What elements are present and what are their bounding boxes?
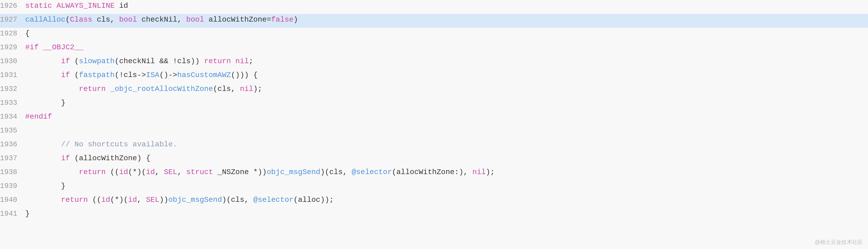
comment-token: // No shortcuts available. <box>61 140 177 148</box>
kw-return-token: return <box>204 57 231 65</box>
line-number: 1932 <box>0 84 25 95</box>
line-number: 1928 <box>0 28 25 39</box>
code-line: 1934#endif <box>0 111 868 125</box>
line-number: 1938 <box>0 167 25 178</box>
fn-call-token: ISA <box>146 71 159 79</box>
code-line: 1932 return _objc_rootAllocWithZone(cls,… <box>0 83 868 97</box>
kw-id-token: id <box>128 196 137 204</box>
kw-nil-token: nil <box>240 85 253 93</box>
line-content: if (fastpath(!cls->ISA()->hasCustomAWZ()… <box>25 69 863 81</box>
kw-return-token: return <box>79 168 106 176</box>
preprocessor-token: #if __OBJC2__ <box>25 43 83 51</box>
line-number: 1940 <box>0 195 25 206</box>
fn-name-token: callAlloc <box>25 16 65 24</box>
kw-id-token: id <box>146 168 155 176</box>
line-content <box>25 125 863 136</box>
kw-bool-token: bool <box>186 16 204 24</box>
kw-SEL-token: SEL <box>164 168 177 176</box>
line-content: #endif <box>25 111 863 122</box>
line-number: 1929 <box>0 42 25 53</box>
line-content: callAlloc(Class cls, bool checkNil, bool… <box>25 14 863 25</box>
line-number: 1941 <box>0 209 25 220</box>
code-line: 1933 } <box>0 97 868 111</box>
code-line: 1938 return ((id(*)(id, SEL, struct _NSZ… <box>0 166 868 180</box>
code-line: 1927callAlloc(Class cls, bool checkNil, … <box>0 14 868 28</box>
line-number: 1930 <box>0 56 25 67</box>
code-line: 1930 if (slowpath(checkNil && !cls)) ret… <box>0 55 868 69</box>
kw-if-token: if <box>61 154 70 162</box>
line-content: // No shortcuts available. <box>25 139 863 150</box>
code-line: 1935 <box>0 125 868 139</box>
code-line: 1926static ALWAYS_INLINE id <box>0 0 868 14</box>
fn-call-token: hasCustomAWZ <box>177 71 231 79</box>
line-number: 1935 <box>0 125 25 137</box>
selector-token: @selector <box>352 168 392 176</box>
kw-nil-token: nil <box>236 57 249 65</box>
code-line: 1928{ <box>0 28 868 42</box>
preprocessor-token: #endif <box>25 112 52 121</box>
kw-struct-token: struct <box>186 168 213 176</box>
selector-token: @selector <box>253 196 293 204</box>
code-line: 1936 // No shortcuts available. <box>0 139 868 153</box>
kw-bool-token: bool <box>119 16 137 24</box>
kw-if-token: if <box>61 57 70 65</box>
kw-SEL-token: SEL <box>146 196 159 204</box>
kw-return-token: return <box>79 85 106 93</box>
kw-id-token: id <box>119 168 128 176</box>
line-number: 1927 <box>0 15 25 26</box>
line-content: if (allocWithZone) { <box>25 153 863 164</box>
code-line: 1937 if (allocWithZone) { <box>0 153 868 166</box>
line-number: 1939 <box>0 181 25 192</box>
line-content: static ALWAYS_INLINE id <box>25 0 863 11</box>
kw-static-token: static <box>25 2 52 10</box>
line-content: #if __OBJC2__ <box>25 42 863 53</box>
fn-call-token: _objc_rootAllocWithZone <box>110 85 213 93</box>
code-line: 1940 return ((id(*)(id, SEL))objc_msgSen… <box>0 194 868 208</box>
line-number: 1934 <box>0 111 25 122</box>
line-content: } <box>25 180 863 192</box>
kw-always-token: ALWAYS_INLINE <box>56 2 115 10</box>
fn-call-token: objc_msgSend <box>267 168 320 176</box>
code-line: 1931 if (fastpath(!cls->ISA()->hasCustom… <box>0 69 868 83</box>
line-number: 1926 <box>0 1 25 12</box>
line-content: } <box>25 208 863 219</box>
line-content: { <box>25 28 863 39</box>
fn-call-token: objc_msgSend <box>168 196 222 204</box>
fn-call-token: slowpath <box>79 57 115 65</box>
kw-if-token: if <box>61 71 70 79</box>
line-number: 1937 <box>0 153 25 164</box>
kw-false-token: false <box>271 16 293 24</box>
line-content: return ((id(*)(id, SEL))objc_msgSend)(cl… <box>25 194 863 205</box>
kw-nil-token: nil <box>472 168 486 176</box>
kw-return-token: return <box>61 196 88 204</box>
code-line: 1929#if __OBJC2__ <box>0 42 868 55</box>
kw-Class-token: Class <box>70 16 92 24</box>
line-content: if (slowpath(checkNil && !cls)) return n… <box>25 55 863 67</box>
line-number: 1936 <box>0 139 25 150</box>
line-content: } <box>25 97 863 109</box>
code-container: 1926static ALWAYS_INLINE id1927callAlloc… <box>0 0 868 249</box>
line-number: 1933 <box>0 98 25 109</box>
line-number: 1931 <box>0 70 25 81</box>
fn-call-token: fastpath <box>79 71 115 79</box>
line-content: return ((id(*)(id, SEL, struct _NSZone *… <box>25 166 863 178</box>
code-line: 1939 } <box>0 180 868 194</box>
kw-id-token: id <box>101 196 110 204</box>
code-line: 1941} <box>0 208 868 222</box>
watermark-text: @棉土豆金技术社区 <box>815 238 863 246</box>
line-content: return _objc_rootAllocWithZone(cls, nil)… <box>25 83 863 95</box>
